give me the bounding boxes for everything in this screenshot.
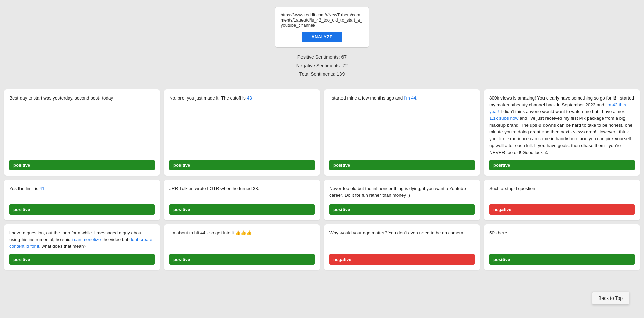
negative-count: Negative Sentiments: 72 bbox=[296, 62, 348, 70]
card-1: No, bro, you just made it. The cutoff is… bbox=[164, 89, 320, 176]
sentiment-badge-3: positive bbox=[489, 160, 635, 170]
card-text-8: i have a question, out the loop for a wh… bbox=[9, 230, 155, 250]
url-box: https://www.reddit.com/r/NewTubers/comme… bbox=[275, 7, 369, 48]
card-text-1: No, bro, you just made it. The cutoff is… bbox=[169, 95, 315, 156]
total-count: Total Sentiments: 139 bbox=[296, 70, 348, 78]
card-text-7: Such a stupid question bbox=[489, 185, 635, 200]
card-text-5: JRR Tolkien wrote LOTR when he turned 38… bbox=[169, 185, 315, 200]
card-7: Such a stupid questionnegative bbox=[484, 180, 640, 220]
card-text-4: Yes the limit is 41 bbox=[9, 185, 155, 200]
url-display: https://www.reddit.com/r/NewTubers/comme… bbox=[281, 12, 363, 28]
analyze-button[interactable]: ANALYZE bbox=[302, 32, 342, 42]
card-9: I'm about to hit 44 - so get into it 👍👍👍… bbox=[164, 224, 320, 270]
card-text-3: 800k views is amazing! You clearly have … bbox=[489, 95, 635, 156]
card-text-11: 50s here. bbox=[489, 230, 635, 250]
stats-section: Positive Sentiments: 67 Negative Sentime… bbox=[296, 51, 348, 81]
card-3: 800k views is amazing! You clearly have … bbox=[484, 89, 640, 176]
sentiment-badge-4: positive bbox=[9, 204, 155, 215]
sentiment-badge-5: positive bbox=[169, 204, 315, 215]
cards-grid: Best day to start was yesterday, second … bbox=[0, 84, 644, 275]
sentiment-badge-11: positive bbox=[489, 254, 635, 265]
card-text-10: Why would your age matter? You don't eve… bbox=[329, 230, 475, 250]
sentiment-badge-10: negative bbox=[329, 254, 475, 265]
positive-count: Positive Sentiments: 67 bbox=[296, 53, 348, 62]
sentiment-badge-6: positive bbox=[329, 204, 475, 215]
top-section: https://www.reddit.com/r/NewTubers/comme… bbox=[0, 0, 644, 84]
card-2: I started mine a few months ago and I'm … bbox=[324, 89, 480, 176]
sentiment-badge-7: negative bbox=[489, 204, 635, 215]
card-text-6: Never too old but the influencer thing i… bbox=[329, 185, 475, 200]
card-text-9: I'm about to hit 44 - so get into it 👍👍👍 bbox=[169, 230, 315, 250]
card-5: JRR Tolkien wrote LOTR when he turned 38… bbox=[164, 180, 320, 220]
card-4: Yes the limit is 41positive bbox=[4, 180, 160, 220]
card-0: Best day to start was yesterday, second … bbox=[4, 89, 160, 176]
sentiment-badge-2: positive bbox=[329, 160, 475, 170]
card-10: Why would your age matter? You don't eve… bbox=[324, 224, 480, 270]
sentiment-badge-8: positive bbox=[9, 254, 155, 265]
card-6: Never too old but the influencer thing i… bbox=[324, 180, 480, 220]
sentiment-badge-9: positive bbox=[169, 254, 315, 265]
card-11: 50s here.positive bbox=[484, 224, 640, 270]
card-text-2: I started mine a few months ago and I'm … bbox=[329, 95, 475, 156]
card-8: i have a question, out the loop for a wh… bbox=[4, 224, 160, 270]
sentiment-badge-1: positive bbox=[169, 160, 315, 170]
card-text-0: Best day to start was yesterday, second … bbox=[9, 95, 155, 156]
sentiment-badge-0: positive bbox=[9, 160, 155, 170]
